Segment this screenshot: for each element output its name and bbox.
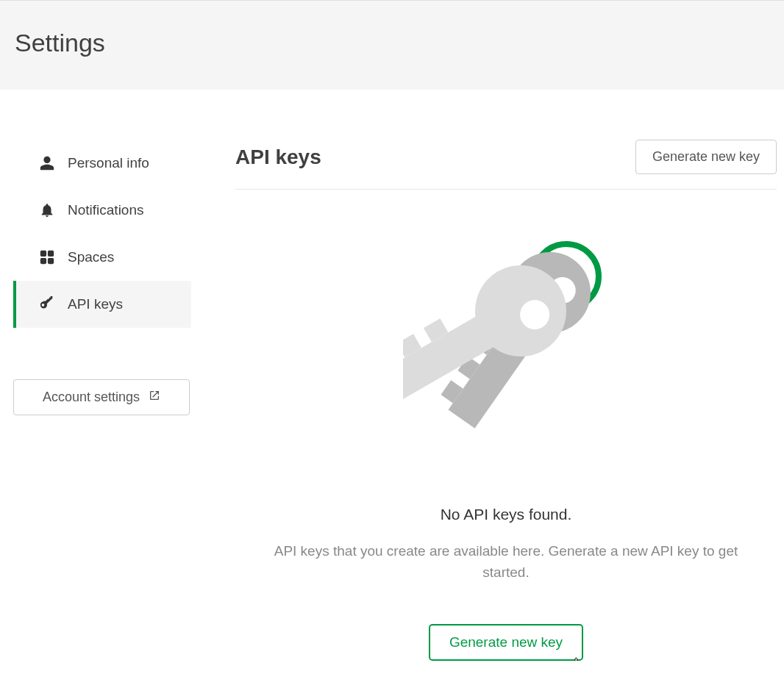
svg-rect-0 bbox=[41, 251, 46, 256]
section-heading: API keys bbox=[235, 146, 321, 169]
bell-icon bbox=[38, 201, 56, 219]
sidebar-nav: Personal info Notifications Space bbox=[13, 140, 191, 328]
generate-key-button-primary-label: Generate new key bbox=[449, 634, 563, 650]
key-icon bbox=[38, 295, 56, 313]
sidebar-item-label: API keys bbox=[68, 296, 123, 312]
account-settings-label: Account settings bbox=[43, 390, 140, 405]
svg-rect-3 bbox=[49, 259, 53, 263]
sidebar-item-spaces[interactable]: Spaces bbox=[13, 234, 191, 281]
generate-key-button-primary[interactable]: Generate new key bbox=[429, 624, 583, 661]
external-link-icon bbox=[149, 390, 160, 405]
generate-key-button-top[interactable]: Generate new key bbox=[635, 140, 777, 174]
empty-state-title: No API keys found. bbox=[441, 506, 572, 523]
sidebar-item-label: Spaces bbox=[68, 249, 114, 265]
account-settings-button[interactable]: Account settings bbox=[13, 379, 190, 415]
sidebar: Personal info Notifications Space bbox=[0, 140, 206, 661]
grid-icon bbox=[38, 248, 56, 266]
main-content: API keys Generate new key bbox=[206, 140, 784, 661]
person-icon bbox=[38, 154, 56, 172]
main-header: API keys Generate new key bbox=[235, 140, 777, 190]
content-wrapper: Personal info Notifications Space bbox=[0, 90, 784, 661]
sidebar-item-label: Personal info bbox=[68, 155, 149, 171]
page-header: Settings bbox=[0, 0, 784, 90]
sidebar-item-notifications[interactable]: Notifications bbox=[13, 187, 191, 234]
sidebar-item-personal-info[interactable]: Personal info bbox=[13, 140, 191, 187]
keys-illustration-icon bbox=[403, 241, 609, 476]
empty-state-description: API keys that you create are available h… bbox=[271, 541, 741, 583]
page-title: Settings bbox=[15, 29, 769, 57]
empty-state: No API keys found. API keys that you cre… bbox=[235, 190, 777, 661]
sidebar-item-api-keys[interactable]: API keys bbox=[13, 281, 191, 328]
svg-rect-2 bbox=[41, 259, 46, 263]
svg-rect-1 bbox=[49, 251, 53, 256]
cursor-hand-icon bbox=[570, 656, 585, 661]
sidebar-item-label: Notifications bbox=[68, 202, 144, 218]
